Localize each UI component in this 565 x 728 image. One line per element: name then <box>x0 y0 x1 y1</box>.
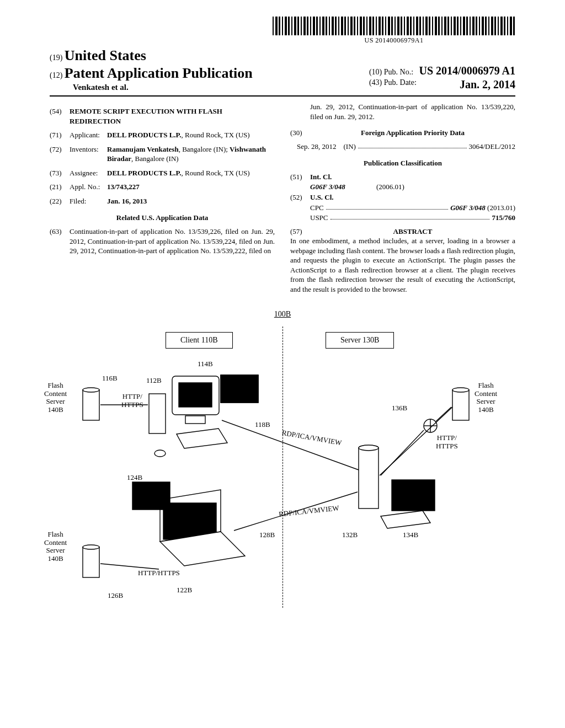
svg-rect-12 <box>132 482 170 510</box>
code-10: (10) <box>369 68 382 76</box>
intcl-class: G06F 3/048 <box>310 183 376 191</box>
code-19: (19) <box>50 53 62 62</box>
svg-rect-2 <box>149 394 166 433</box>
svg-rect-13 <box>359 448 379 508</box>
svg-line-24 <box>100 564 159 569</box>
code-30: (30) <box>290 128 310 138</box>
svg-point-17 <box>452 388 469 392</box>
barcode-text: US 20140006979A1 <box>273 36 515 45</box>
foreign-date: Sep. 28, 2012 <box>297 142 337 151</box>
barcode: US 20140006979A1 <box>273 17 515 41</box>
intcl-date: (2006.01) <box>376 183 404 191</box>
svg-point-14 <box>359 445 379 451</box>
left-column: (54) REMOTE SCRIPT EXECUTION WITH FLASH … <box>50 102 275 295</box>
related-head: Related U.S. Application Data <box>50 213 275 222</box>
svg-rect-16 <box>452 390 469 420</box>
foreign-head: Foreign Application Priority Data <box>310 128 515 138</box>
related-cont: Jun. 29, 2012, Continuation-in-part of a… <box>290 102 515 121</box>
code-57: (57) <box>290 227 310 237</box>
uspc-label: USPC <box>310 213 328 222</box>
applno-label: Appl. No.: <box>70 182 107 192</box>
diagram-svg <box>50 310 513 619</box>
right-column: Jun. 29, 2012, Continuation-in-part of a… <box>290 102 515 295</box>
code-12: (12) <box>50 71 62 79</box>
title: REMOTE SCRIPT EXECUTION WITH FLASH REDIR… <box>70 106 275 126</box>
intcl-label: Int. Cl. <box>310 172 515 182</box>
svg-rect-15 <box>392 480 435 511</box>
barcode-bars <box>273 17 515 35</box>
code-43: (43) <box>369 78 382 87</box>
code-72: (72) <box>50 144 70 164</box>
svg-line-23 <box>234 492 358 531</box>
filed: Jan. 16, 2013 <box>107 196 275 206</box>
svg-point-10 <box>83 545 99 549</box>
svg-point-1 <box>83 388 99 392</box>
pubno-label: Pub. No.: <box>384 68 413 76</box>
svg-rect-4 <box>179 383 212 407</box>
cpc-val: G06F 3/048 (2013.01) <box>450 204 515 212</box>
pubclass-head: Publication Classification <box>290 159 515 168</box>
svg-point-6 <box>154 450 166 457</box>
foreign-num: 3064/DEL/2012 <box>469 142 516 151</box>
svg-rect-0 <box>83 390 99 420</box>
applicant: DELL PRODUCTS L.P., Round Rock, TX (US) <box>107 130 275 140</box>
svg-line-22 <box>222 420 359 470</box>
code-71: (71) <box>50 130 70 140</box>
code-22: (22) <box>50 196 70 206</box>
svg-rect-7 <box>221 375 258 403</box>
pubno: US 2014/0006979 A1 <box>419 65 515 77</box>
uspc-val: 715/760 <box>492 213 515 222</box>
inventors: Ramanujam Venkatesh, Bangalore (IN); Vis… <box>107 144 275 164</box>
figure: 100B Client 110B Server 130B Flash Conte… <box>50 310 515 619</box>
pubdate: Jan. 2, 2014 <box>460 78 515 91</box>
code-54: (54) <box>50 106 70 126</box>
svg-rect-9 <box>83 547 99 577</box>
country: United States <box>65 47 146 63</box>
dots-icon <box>331 213 490 220</box>
code-52: (52) <box>290 192 310 202</box>
assignee: DELL PRODUCTS L.P., Round Rock, TX (US) <box>107 168 275 178</box>
code-21: (21) <box>50 182 70 192</box>
code-63: (63) <box>50 227 70 256</box>
cpc-label: CPC <box>310 204 324 212</box>
assignee-label: Assignee: <box>70 168 107 178</box>
doc-type: Patent Application Publication <box>65 65 253 81</box>
svg-line-26 <box>436 407 451 421</box>
dots-icon <box>358 142 467 148</box>
dots-icon <box>326 204 449 210</box>
code-51: (51) <box>290 172 310 182</box>
authors: Venkatesh et al. <box>50 83 253 92</box>
foreign-cc: (IN) <box>344 142 356 151</box>
applno: 13/743,227 <box>107 182 275 192</box>
uscl-label: U.S. Cl. <box>310 192 515 202</box>
abstract-head: ABSTRACT <box>310 227 515 237</box>
svg-rect-5 <box>185 416 205 424</box>
header: (19) United States (12) Patent Applicati… <box>50 47 515 97</box>
pubdate-label: Pub. Date: <box>384 78 417 87</box>
applicant-label: Applicant: <box>70 130 107 140</box>
abstract: In one embodiment, a method includes, at… <box>290 236 515 294</box>
related-text: Continuation-in-part of application No. … <box>70 227 275 256</box>
code-73: (73) <box>50 168 70 178</box>
filed-label: Filed: <box>70 196 107 206</box>
inventors-label: Inventors: <box>70 144 107 164</box>
